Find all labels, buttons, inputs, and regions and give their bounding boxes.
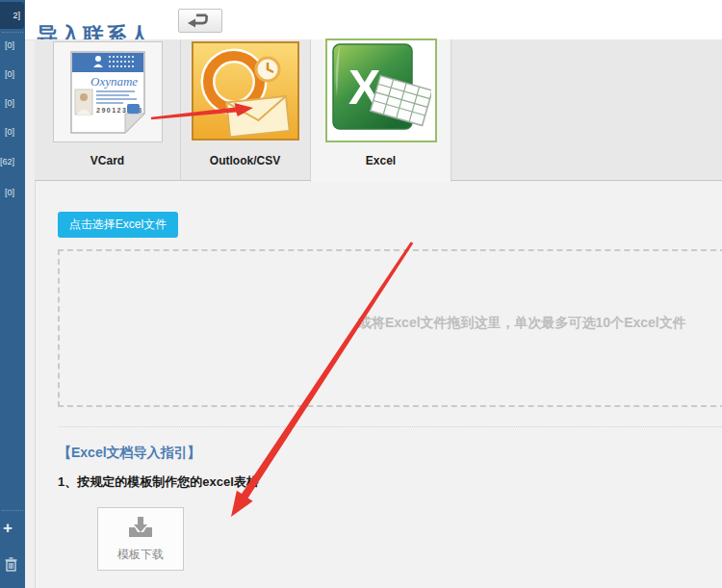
tab-vcard[interactable]: Oxyname 290123123 VCard (35, 39, 181, 180)
template-download-label: 模板下载 (117, 547, 164, 563)
page-header: 导入联系人 (25, 0, 722, 40)
sidebar-item[interactable]: [0] (0, 188, 14, 197)
trash-icon[interactable] (5, 557, 17, 575)
select-excel-file-button[interactable]: 点击选择Excel文件 (58, 212, 178, 238)
guide-title: 【Excel文档导入指引】 (58, 445, 201, 462)
return-arrow-icon (183, 9, 218, 33)
sidebar: 2] [0] [0] [0] [0] [62] [0] + (0, 0, 25, 588)
section-divider (58, 426, 722, 427)
outlook-iconbox (192, 41, 299, 141)
excel-icon: X (327, 123, 431, 140)
sidebar-item[interactable]: [0] (0, 40, 14, 50)
template-download-button[interactable]: 模板下载 (97, 507, 184, 571)
sidebar-item[interactable]: [0] (0, 127, 14, 137)
vcard-icon: Oxyname 290123123 (54, 128, 162, 144)
svg-text:Oxyname: Oxyname (90, 74, 138, 89)
sidebar-item[interactable]: [0] (0, 98, 14, 108)
sidebar-item[interactable]: [0] (0, 69, 14, 79)
tab-label-excel: Excel (311, 154, 451, 167)
tab-label-vcard: VCard (35, 154, 180, 167)
file-dropzone[interactable]: 或将Excel文件拖到这里，单次最多可选10个Excel文件 (58, 249, 722, 407)
outlook-icon (192, 127, 299, 143)
tab-label-outlook-csv: Outlook/CSV (180, 154, 310, 167)
excel-import-panel: 点击选择Excel文件 或将Excel文件拖到这里，单次最多可选10个Excel… (35, 181, 722, 588)
import-contacts-screen: 2] [0] [0] [0] [0] [62] [0] + 导入联系人 (0, 0, 722, 588)
sidebar-item[interactable]: [62] (0, 157, 14, 166)
sidebar-item-selected[interactable]: 2] (0, 2, 24, 29)
tab-outlook[interactable]: Outlook/CSV (180, 39, 310, 180)
guide-step-1: 1、按规定的模板制作您的excel表格 (58, 473, 259, 491)
download-tray-icon (127, 516, 154, 542)
add-group-button plus-icon[interactable]: + (3, 520, 13, 536)
sidebar-divider (2, 510, 23, 511)
dropzone-hint: 或将Excel文件拖到这里，单次最多可选10个Excel文件 (358, 315, 686, 332)
tab-excel[interactable]: X Excel (310, 39, 451, 182)
vcard-iconbox: Oxyname 290123123 (53, 41, 163, 142)
sidebar-divider (2, 32, 23, 33)
back-button[interactable] (178, 9, 222, 33)
excel-iconbox: X (325, 38, 437, 142)
import-type-tabs: Oxyname 290123123 VCard (35, 39, 722, 181)
